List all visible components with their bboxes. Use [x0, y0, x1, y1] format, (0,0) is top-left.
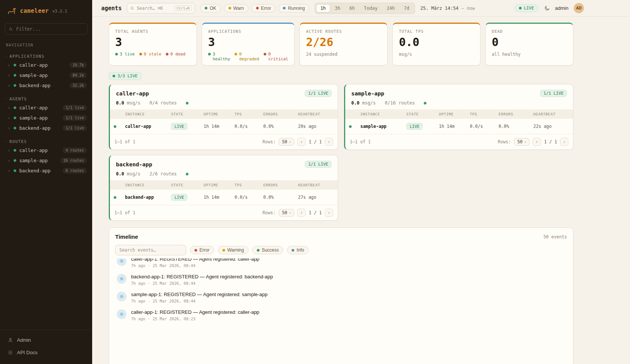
chip-label: Running	[288, 6, 305, 11]
section-bullet-icon: ·	[5, 54, 7, 59]
sidebar-item-routes-caller-app[interactable]: › caller-app 4 routes	[0, 145, 92, 155]
warning-dot	[222, 249, 225, 252]
app-name: backend-app	[116, 161, 152, 167]
nav-section-applications: · APPLICATIONS › caller-app 10.7k › samp…	[0, 52, 92, 91]
app-stats: 0.0 msg/s 2/6 routes	[110, 171, 338, 180]
range-end: now	[467, 6, 475, 11]
rows-per-page-select[interactable]: 50 ▾	[279, 209, 295, 217]
filter-chip-error[interactable]: Error	[252, 4, 276, 12]
table-row[interactable]: sample-app LIVE 1h 14m 0.0/s 0.0% 22s ag…	[345, 119, 573, 134]
content: TOTAL AGENTS 3 3 live 0 stale 0 dead APP…	[92, 17, 630, 364]
stat-sub: 0 degraded	[239, 52, 259, 61]
live-toggle[interactable]: LIVE	[514, 4, 539, 12]
rate-unit: msg/s	[127, 100, 141, 106]
cell-instance: sample-app	[357, 119, 403, 134]
range-button-1h[interactable]: 1h	[316, 4, 330, 12]
prev-page-button[interactable]: ‹	[297, 138, 306, 146]
sidebar-item-routes-sample-app[interactable]: › sample-app 16 routes	[0, 155, 92, 166]
stat-sub: all healthy	[492, 52, 567, 57]
stat-sub: 0 dead	[170, 52, 185, 57]
status-dot	[14, 64, 16, 66]
sidebar-filter-input[interactable]	[16, 26, 83, 32]
sidebar-item-applications-sample-app[interactable]: › sample-app 84.1k	[0, 70, 92, 80]
sidebar-item-badge: 16 routes	[60, 158, 87, 163]
filter-chip-warn[interactable]: Warn	[224, 4, 249, 12]
sidebar-item-admin[interactable]: Admin	[0, 334, 92, 346]
stale-dot	[139, 53, 142, 55]
range-button-6h[interactable]: 6h	[345, 4, 359, 12]
sidebar-item-applications-backend-app[interactable]: › backend-app 32.2k	[0, 80, 92, 91]
global-search-input[interactable]	[137, 6, 172, 11]
section-header-routes[interactable]: · ROUTES	[0, 138, 92, 145]
stat-label: TOTAL AGENTS	[115, 29, 190, 34]
col-header-instance: INSTANCE	[121, 109, 167, 119]
sidebar-item-badge: 32.2k	[69, 83, 87, 88]
filter-chip-running[interactable]: Running	[278, 4, 309, 12]
avatar[interactable]: AD	[574, 3, 584, 13]
timeline-chip-warning[interactable]: Warning	[218, 246, 249, 254]
range-button-7d[interactable]: 7d	[400, 4, 413, 12]
rate-value: 0.0	[116, 100, 124, 106]
section-header-applications[interactable]: · APPLICATIONS	[0, 52, 92, 60]
timeline-event[interactable]: caller-app-1: REGISTERED — Agent registe…	[115, 306, 567, 324]
sidebar-item-badge: 6 routes	[63, 168, 87, 174]
agent-event-icon	[117, 292, 127, 301]
search-shortcut-kbd: Ctrl+K	[174, 5, 192, 11]
row-range-label: 1–1 of 1	[114, 210, 135, 215]
timeline-chip-success[interactable]: Success	[252, 246, 283, 254]
sidebar-item-applications-caller-app[interactable]: › caller-app 10.7k	[0, 60, 92, 70]
sidebar-item-api-docs[interactable]: API Docs	[0, 346, 92, 359]
row-range-label: 1–1 of 1	[350, 139, 371, 144]
col-header-uptime: UPTIME	[200, 180, 231, 190]
rows-per-page-select[interactable]: 50 ▾	[514, 138, 530, 146]
app-live-badge: 1/1 LIVE	[305, 161, 332, 168]
dead-dot	[166, 53, 168, 55]
event-title: caller-app-1: REGISTERED — Agent registe…	[131, 309, 259, 315]
table-row[interactable]: caller-app LIVE 1h 14m 0.0/s 0.0% 20s ag…	[110, 119, 338, 134]
filter-chip-ok[interactable]: OK	[200, 4, 221, 12]
sidebar-filter	[5, 23, 88, 35]
prev-page-button[interactable]: ‹	[297, 209, 306, 217]
status-dot	[14, 159, 16, 162]
table-row[interactable]: backend-app LIVE 1h 14m 0.0/s 0.0% 27s a…	[110, 190, 338, 205]
range-button-3h[interactable]: 3h	[331, 4, 344, 12]
sidebar-item-label: Admin	[17, 337, 31, 343]
next-page-button[interactable]: ›	[560, 138, 568, 146]
timeline-event[interactable]: sample-app-1: REGISTERED — Agent registe…	[115, 289, 567, 306]
next-page-button[interactable]: ›	[325, 209, 333, 217]
prev-page-button[interactable]: ‹	[533, 138, 541, 146]
timeline-chip-error[interactable]: Error	[190, 246, 214, 254]
rows-per-page-select[interactable]: 50 ▾	[279, 138, 295, 146]
timeline-event[interactable]: caller-app-1: REGISTERED — Agent registe…	[115, 258, 567, 271]
dark-mode-toggle[interactable]	[544, 5, 550, 11]
app-live-badge: 1/1 LIVE	[540, 90, 567, 97]
chevron-right-icon: ›	[8, 83, 11, 88]
instance-status-dot	[114, 196, 116, 199]
app-card-backend-app: backend-app 1/1 LIVE 0.0 msg/s 2/6 route…	[109, 155, 338, 221]
range-button-today[interactable]: Today	[360, 4, 382, 12]
sidebar-item-agents-backend-app[interactable]: › backend-app 1/1 live	[0, 123, 92, 133]
next-page-button[interactable]: ›	[325, 138, 333, 146]
live-dot	[113, 75, 115, 77]
cell-instance: caller-app	[121, 119, 167, 134]
cell-errors: 0.0%	[259, 190, 294, 205]
status-filter-chips: OK Warn Error Running	[200, 4, 309, 12]
app-name: sample-app	[351, 91, 384, 97]
stat-value: 3	[115, 35, 190, 49]
timeline-search-input[interactable]	[115, 245, 186, 255]
sidebar-item-agents-caller-app[interactable]: › caller-app 1/1 live	[0, 103, 92, 113]
app-logo[interactable]: cameleer v3.2.1	[0, 0, 92, 20]
event-timestamp: 7h ago · 25 Mar 2026, 08:44	[131, 263, 259, 268]
range-start: 25. März 14:54	[420, 6, 459, 11]
sidebar-item-agents-sample-app[interactable]: › sample-app 1/1 live	[0, 113, 92, 123]
timeline-chip-info[interactable]: Info	[287, 246, 309, 254]
topbar: agents Ctrl+K OK Warn Error Ru	[92, 0, 630, 17]
col-header-instance: INSTANCE	[357, 109, 403, 119]
range-button-24h[interactable]: 24h	[383, 4, 399, 12]
timeline-event[interactable]: backend-app-1: REGISTERED — Agent regist…	[115, 271, 567, 289]
sidebar-item-routes-backend-app[interactable]: › backend-app 6 routes	[0, 166, 92, 176]
section-bullet-icon: ·	[5, 139, 7, 144]
section-header-agents[interactable]: · AGENTS	[0, 95, 92, 103]
sidebar-item-badge: 1/1 live	[63, 105, 87, 111]
status-dot	[14, 74, 16, 77]
